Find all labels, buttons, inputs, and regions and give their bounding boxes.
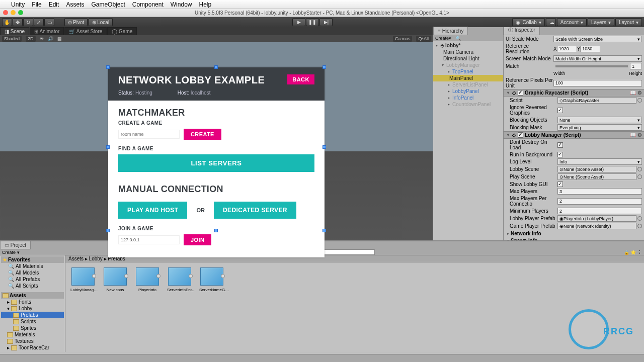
ref-ppu-field[interactable]: 100 xyxy=(553,80,642,86)
checkbox[interactable] xyxy=(557,182,563,187)
max-ppc-field[interactable]: 2 xyxy=(557,198,642,205)
script-field[interactable]: ◇ GraphicRaycaster xyxy=(557,97,636,104)
menu-help[interactable]: Help xyxy=(199,1,211,8)
fold-icon[interactable]: ▸ xyxy=(506,231,511,236)
match-slider[interactable] xyxy=(555,65,628,67)
tree-item[interactable]: ▸ ToonRaceCar xyxy=(1,344,64,351)
create-button[interactable]: CREATE xyxy=(184,129,221,140)
game-prefab-field[interactable]: ◉None (Network Identity) xyxy=(557,223,636,229)
fold-icon[interactable]: ▾ xyxy=(440,63,445,67)
play-button-icon[interactable]: ▶ xyxy=(292,18,305,26)
blocking-obj-dropdown[interactable]: None▾ xyxy=(557,117,642,123)
hierarchy-create-dropdown[interactable]: Create xyxy=(435,36,449,41)
tab-project[interactable]: ▭ Project xyxy=(0,241,31,249)
collab-dropdown[interactable]: ◉ Collab ▾ xyxy=(512,18,544,26)
tree-item-selected[interactable]: Prefabs xyxy=(1,312,64,318)
menu-component[interactable]: Component xyxy=(132,1,164,8)
help-icon[interactable]: 📖 xyxy=(630,90,636,96)
fold-icon[interactable]: ▾ xyxy=(434,43,439,48)
menu-assets[interactable]: Assets xyxy=(66,1,84,8)
room-name-input[interactable] xyxy=(118,130,180,139)
pause-button-icon[interactable]: ❚❚ xyxy=(306,18,319,26)
project-create-dropdown[interactable]: Create xyxy=(2,250,16,255)
log-level-dropdown[interactable]: Info▾ xyxy=(557,158,642,165)
match-value[interactable]: 1 xyxy=(630,63,642,69)
assets-header[interactable]: Assets xyxy=(10,293,26,298)
selection-handle-icon[interactable] xyxy=(106,145,110,149)
menu-unity[interactable]: Unity xyxy=(11,1,25,8)
hierarchy-item-selected[interactable]: MainPanel xyxy=(449,75,473,81)
fold-icon[interactable]: ▸ xyxy=(446,69,451,74)
tab-animator[interactable]: ⊞ Animator xyxy=(30,27,64,35)
object-picker-icon[interactable] xyxy=(637,224,642,228)
tree-item[interactable]: 🔍 All Materials xyxy=(1,263,64,269)
scale-tool-icon[interactable]: ⤢ xyxy=(34,18,44,26)
layout-dropdown[interactable]: Layout ▾ xyxy=(615,18,642,26)
rect-tool-icon[interactable]: ▭ xyxy=(44,18,54,26)
gear-icon[interactable]: ⚙ xyxy=(637,90,642,96)
layers-dropdown[interactable]: Layers ▾ xyxy=(588,18,614,26)
component-header[interactable]: Graphic Raycaster (Script) xyxy=(525,90,588,96)
gear-icon[interactable]: ⚙ xyxy=(637,132,642,138)
2d-toggle[interactable]: 2D xyxy=(26,36,36,42)
ip-input[interactable] xyxy=(118,235,180,244)
ref-res-y[interactable]: 1080 xyxy=(580,46,600,52)
tree-item[interactable]: Materials xyxy=(1,331,64,338)
local-toggle[interactable]: ⊕ Local xyxy=(89,18,113,26)
selection-handle-icon[interactable] xyxy=(214,229,218,232)
tree-item[interactable]: 🔍 All Scripts xyxy=(1,283,64,289)
selection-handle-icon[interactable] xyxy=(323,145,326,149)
asset-item[interactable]: PlayerInfo xyxy=(135,267,160,292)
component-header[interactable]: Lobby Manager (Script) xyxy=(525,132,581,138)
selection-handle-icon[interactable] xyxy=(214,65,218,69)
section-header[interactable]: Spawn Info xyxy=(511,238,537,241)
minimize-window-icon[interactable] xyxy=(11,10,16,15)
scene-viewport[interactable]: NETWORK LOBBY EXAMPLE BACK Status: Hosti… xyxy=(0,42,433,240)
object-picker-icon[interactable] xyxy=(637,167,642,171)
section-header[interactable]: Network Info xyxy=(511,231,541,236)
min-players-field[interactable]: 2 xyxy=(557,208,642,214)
blocking-mask-dropdown[interactable]: Everything▾ xyxy=(557,124,642,131)
light-icon[interactable]: ☀ xyxy=(40,36,44,41)
asset-item[interactable]: ServerNameG… xyxy=(199,267,224,292)
play-and-host-button[interactable]: PLAY AND HOST xyxy=(118,202,187,219)
ignore-reversed-checkbox[interactable] xyxy=(557,108,563,113)
fx-icon[interactable]: ▦ xyxy=(57,36,62,41)
lobby-scene-field[interactable]: ⊙None (Scene Asset) xyxy=(557,166,636,172)
hierarchy-item[interactable]: ServerListPanel xyxy=(452,82,488,87)
selection-handle-icon[interactable] xyxy=(323,65,326,69)
selection-handle-icon[interactable] xyxy=(106,229,110,232)
menu-window[interactable]: Window xyxy=(171,1,192,8)
match-mode-dropdown[interactable]: Match Width Or Height▾ xyxy=(553,55,642,62)
lobby-prefab-field[interactable]: ◉PlayerInfo (LobbyPlayer) xyxy=(557,215,636,222)
tab-hierarchy[interactable]: ≡ Hierarchy xyxy=(433,27,468,35)
scene-name[interactable]: lobby* xyxy=(445,43,461,48)
max-players-field[interactable]: 3 xyxy=(557,188,642,195)
account-dropdown[interactable]: Account ▾ xyxy=(557,18,587,26)
selection-handle-icon[interactable] xyxy=(106,65,110,69)
object-picker-icon[interactable] xyxy=(637,216,642,221)
fold-icon[interactable]: ▸ xyxy=(446,82,451,87)
menu-edit[interactable]: Edit xyxy=(49,1,59,8)
menu-file[interactable]: File xyxy=(32,1,41,8)
ui-scale-mode-dropdown[interactable]: Scale With Screen Size▾ xyxy=(553,36,642,42)
tab-inspector[interactable]: ⓘ Inspector xyxy=(504,27,540,35)
tab-asset-store[interactable]: 🛒 Asset Store xyxy=(64,27,107,35)
component-enabled-checkbox[interactable] xyxy=(518,90,523,96)
hierarchy-item[interactable]: Directional Light xyxy=(433,55,503,62)
maximize-window-icon[interactable] xyxy=(18,10,23,15)
tree-item[interactable]: 🔍 All Models xyxy=(1,269,64,276)
play-scene-field[interactable]: ⊙None (Scene Asset) xyxy=(557,173,636,180)
hierarchy-item[interactable]: InfoPanel xyxy=(452,95,473,101)
object-picker-icon[interactable] xyxy=(637,98,642,103)
ref-res-x[interactable]: 1920 xyxy=(557,46,577,52)
hierarchy-item[interactable]: LobbyManager xyxy=(446,62,480,68)
join-button[interactable]: JOIN xyxy=(184,234,211,245)
hierarchy-item[interactable]: CountdownPanel xyxy=(452,102,491,107)
help-icon[interactable]: 📖 xyxy=(630,132,636,138)
checkbox[interactable] xyxy=(557,142,563,148)
move-tool-icon[interactable]: ✥ xyxy=(13,18,23,26)
fold-icon[interactable]: ▾ xyxy=(506,133,511,137)
tree-item[interactable]: 🔍 All Prefabs xyxy=(1,276,64,283)
tree-item[interactable]: ▾ Lobby xyxy=(1,305,64,312)
